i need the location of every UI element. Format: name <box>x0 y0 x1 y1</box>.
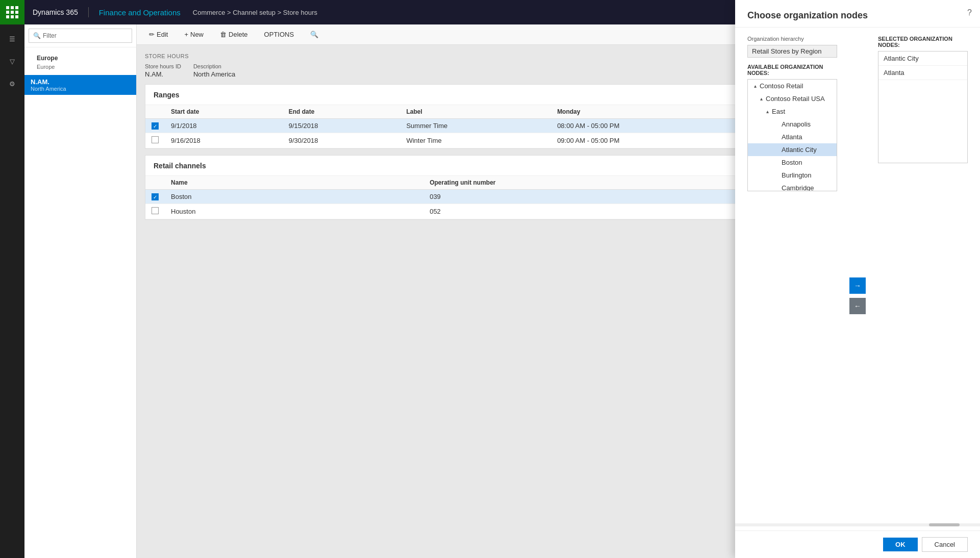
hamburger-menu-icon[interactable]: ☰ <box>2 29 22 49</box>
tree-item[interactable]: Boston <box>748 156 837 169</box>
tree-toggle-icon: ▴ <box>760 96 763 102</box>
channel-name: Boston <box>165 190 423 204</box>
ranges-start-date-col: Start date <box>165 105 283 119</box>
filter-search-box[interactable]: 🔍 Filter <box>29 29 132 43</box>
europe-sub: Europe <box>31 64 130 72</box>
retail-channels-title: Retail channels <box>154 162 206 170</box>
start-date: 9/16/2018 <box>165 133 283 148</box>
tree-toggle-icon: ▴ <box>766 109 769 114</box>
delete-icon: 🗑 <box>220 31 227 38</box>
selected-item[interactable]: Atlantic City <box>878 52 967 66</box>
nam-sub: North America <box>31 86 130 92</box>
tree-item-label: East <box>772 108 785 115</box>
store-hours-id-label: Store hours ID <box>145 63 181 69</box>
tree-item-label: Atlanta <box>782 133 802 141</box>
tree-item[interactable]: ▴Contoso Retail USA <box>748 92 837 105</box>
tree-item-label: Burlington <box>782 171 812 179</box>
channels-check-col <box>145 176 165 190</box>
delete-button[interactable]: 🗑 Delete <box>216 29 252 40</box>
move-right-button[interactable]: → <box>849 277 866 294</box>
tree-item[interactable]: Cambridge <box>748 182 837 191</box>
available-label: AVAILABLE ORGANIZATION NODES: <box>747 64 837 76</box>
help-icon[interactable]: ? <box>967 8 972 17</box>
ok-button[interactable]: OK <box>883 538 918 551</box>
edit-icon: ✏ <box>149 31 155 38</box>
store-hours-desc-label: Description <box>193 63 235 69</box>
end-date: 9/15/2018 <box>283 119 400 133</box>
modal-body: Organization hierarchy AVAILABLE ORGANIZ… <box>735 28 980 523</box>
move-left-button[interactable]: ← <box>849 298 866 314</box>
cancel-button[interactable]: Cancel <box>922 537 968 552</box>
scrollbar <box>735 523 980 526</box>
grid-icon <box>6 6 18 18</box>
nav-panel-toolbar: 🔍 Filter <box>24 24 136 47</box>
nav-separator <box>88 7 89 17</box>
label: Summer Time <box>400 119 551 133</box>
ranges-monday-col: Monday <box>551 105 761 119</box>
breadcrumb: Commerce > Channel setup > Store hours <box>189 9 321 16</box>
channel-name: Houston <box>165 204 423 219</box>
tree-item-label: Annapolis <box>782 120 811 128</box>
transfer-buttons: → ← <box>845 77 870 515</box>
monday: 09:00 AM - 05:00 PM <box>551 133 761 148</box>
nav-item-nam[interactable]: N.AM. North America <box>24 75 136 95</box>
modal-footer: OK Cancel <box>735 530 980 558</box>
start-date: 9/1/2018 <box>165 119 283 133</box>
tree-item[interactable]: Burlington <box>748 169 837 182</box>
available-nodes-panel: Organization hierarchy AVAILABLE ORGANIZ… <box>747 36 837 515</box>
tree-item-label: Cambridge <box>782 184 814 191</box>
grid-menu-button[interactable] <box>0 0 24 24</box>
ranges-end-date-col: End date <box>283 105 400 119</box>
edit-button[interactable]: ✏ Edit <box>145 29 172 40</box>
scrollbar-thumb <box>929 523 960 526</box>
left-sidebar: ☰ ▽ ⚙ <box>0 24 24 558</box>
hierarchy-label: Organization hierarchy <box>747 36 837 42</box>
tree-item[interactable]: Annapolis <box>748 118 837 131</box>
options-button[interactable]: OPTIONS <box>260 29 298 40</box>
row-checkbox[interactable] <box>152 193 159 200</box>
module-label: Finance and Operations <box>91 8 189 17</box>
tree-item[interactable]: Atlanta <box>748 131 837 143</box>
tree-item-label: Contoso Retail <box>760 82 803 90</box>
ranges-label-col: Label <box>400 105 551 119</box>
nam-header: N.AM. <box>31 78 130 86</box>
channels-name-col: Name <box>165 176 423 190</box>
brand-label: Dynamics 365 <box>24 8 86 16</box>
modal-header: Choose organization nodes <box>735 0 980 28</box>
new-button[interactable]: + New <box>180 29 208 40</box>
tree-item[interactable]: ▴Contoso Retail <box>748 80 837 92</box>
tree-item[interactable]: ▴East <box>748 105 837 118</box>
search-button[interactable]: 🔍 <box>306 29 322 40</box>
ranges-title: Ranges <box>154 91 180 99</box>
nav-item-europe[interactable]: Europe Europe <box>24 47 136 75</box>
tree-item-label: Boston <box>782 159 802 166</box>
store-hours-id-value: N.AM. <box>145 70 181 78</box>
tree-item[interactable]: Atlantic City <box>748 143 837 156</box>
selected-label: SELECTED ORGANIZATION NODES: <box>878 36 968 48</box>
nav-panel: 🔍 Filter Europe Europe N.AM. North Ameri… <box>24 24 137 558</box>
selected-item[interactable]: Atlanta <box>878 66 967 80</box>
label: Winter Time <box>400 133 551 148</box>
selected-nodes-panel: SELECTED ORGANIZATION NODES: Atlantic Ci… <box>878 36 968 515</box>
monday: 08:00 AM - 05:00 PM <box>551 119 761 133</box>
row-checkbox[interactable] <box>152 207 159 214</box>
settings-icon[interactable]: ⚙ <box>2 73 22 94</box>
tree-item-label: Atlantic City <box>782 146 817 154</box>
row-checkbox[interactable] <box>152 136 159 143</box>
search-icon: 🔍 <box>33 32 41 39</box>
row-checkbox[interactable] <box>152 122 159 130</box>
org-nodes-modal: ? Choose organization nodes Organization… <box>735 0 980 558</box>
filter-label: Filter <box>43 32 57 39</box>
europe-header: Europe <box>31 50 130 64</box>
modal-title: Choose organization nodes <box>747 10 868 21</box>
hierarchy-input[interactable] <box>747 45 837 58</box>
end-date: 9/30/2018 <box>283 133 400 148</box>
filter-icon[interactable]: ▽ <box>2 51 22 71</box>
store-hours-desc-field: Description North America <box>193 63 235 78</box>
org-tree: ▴Contoso Retail▴Contoso Retail USA▴EastA… <box>747 79 837 191</box>
store-hours-desc-value: North America <box>193 70 235 78</box>
new-icon: + <box>184 31 188 38</box>
tree-toggle-icon: ▴ <box>754 83 757 89</box>
search-icon-action: 🔍 <box>310 31 318 38</box>
selected-list: Atlantic CityAtlanta <box>878 51 968 163</box>
